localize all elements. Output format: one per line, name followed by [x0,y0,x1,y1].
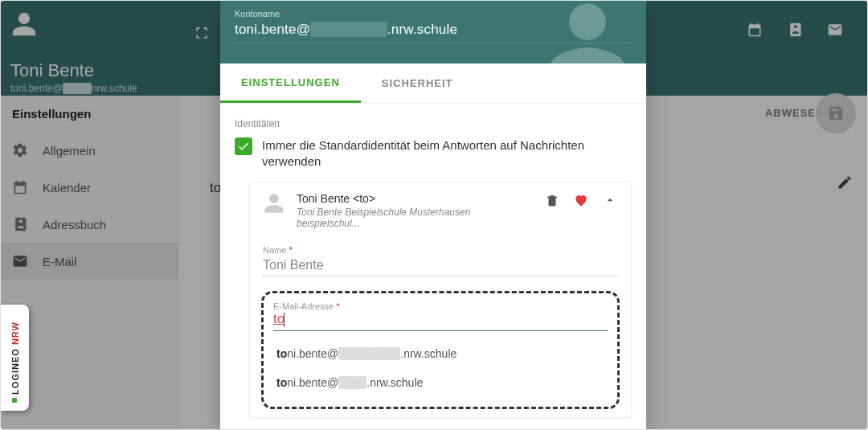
dialog-header: Kontoname * toni.bente@xxxxxxxxxxx.nrw.s… [220,1,646,63]
collapse-icon[interactable] [602,192,618,208]
identity-subtitle: Toni Bente Beispielschule Musterhausen b… [297,207,533,229]
identity-header: Toni Bente <to> Toni Bente Beispielschul… [263,192,618,229]
delete-icon[interactable] [544,192,560,208]
settings-dialog: Kontoname * toni.bente@xxxxxxxxxxx.nrw.s… [220,1,646,430]
identity-actions [544,192,618,208]
identity-title: Toni Bente <to> [297,192,533,205]
email-suggestions: toni.bente@xxxxxxxxxxx.nrw.schule toni.b… [273,339,608,397]
logineo-text: LOGINEO [10,348,20,395]
identities-label: Identitäten [235,118,632,129]
tab-sicherheit[interactable]: SICHERHEIT [361,63,474,103]
app-root: MITTWOCH Toni Bente toni.bente@xxxxxxnrw… [0,0,868,430]
logineo-tab[interactable]: LOGINEO NRW [1,305,29,411]
person-icon [263,192,285,215]
suggestion-item[interactable]: toni.bente@xxxxx.nrw.schule [273,368,608,397]
dialog-body: Identitäten Immer die Standardidentität … [220,104,646,418]
checkbox-checked-icon[interactable] [235,137,252,155]
name-field: Name * [263,245,618,276]
default-identity-checkbox-row[interactable]: Immer die Standardidentität beim Antwort… [235,137,632,178]
email-field-highlight: E-Mail-Adresse * to toni.bente@xxxxxxxxx… [261,291,620,409]
name-label: Name [263,245,286,255]
identity-card: Toni Bente <to> Toni Bente Beispielschul… [249,182,632,418]
text-caret [284,313,285,327]
avatar-bg-icon [543,0,632,84]
email-input-value[interactable]: to [273,311,285,326]
suggestion-item[interactable]: toni.bente@xxxxxxxxxxx.nrw.schule [273,339,608,368]
email-label: E-Mail-Adresse [273,301,334,311]
logineo-dot [12,398,17,403]
favorite-icon[interactable] [573,192,589,208]
name-input[interactable] [263,255,618,276]
logineo-suffix: NRW [10,321,20,345]
tab-einstellungen[interactable]: EINSTELLUNGEN [220,63,361,103]
default-identity-label: Immer die Standardidentität beim Antwort… [262,137,632,169]
